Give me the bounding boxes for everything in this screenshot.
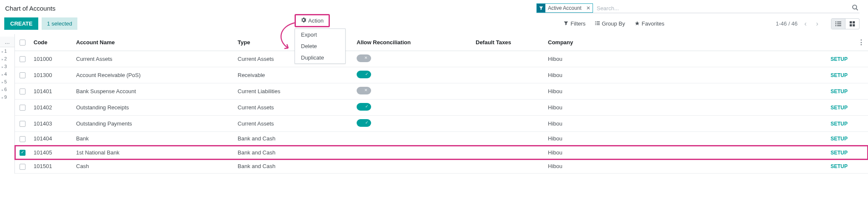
cell-name[interactable]: Cash	[73, 160, 234, 174]
action-delete[interactable]: Delete	[295, 40, 345, 52]
ruler-item[interactable]: 3	[0, 63, 14, 70]
row-checkbox[interactable]	[20, 89, 26, 94]
cell-code[interactable]: 101401	[30, 83, 73, 100]
select-all-checkbox[interactable]	[20, 40, 26, 46]
cell-company[interactable]: Hibou	[545, 160, 820, 174]
cell-name[interactable]: 1st National Bank	[73, 146, 234, 160]
cell-name[interactable]: Current Assets	[73, 51, 234, 67]
pager-text[interactable]: 1-46 / 46	[776, 20, 797, 27]
cell-taxes[interactable]	[472, 146, 545, 160]
cell-taxes[interactable]	[472, 116, 545, 132]
cell-code[interactable]: 101403	[30, 116, 73, 132]
reconcile-toggle[interactable]: ✕	[357, 87, 371, 94]
cell-company[interactable]: Hibou	[545, 67, 820, 83]
row-checkbox[interactable]	[20, 121, 26, 127]
row-checkbox[interactable]	[20, 164, 26, 170]
row-checkbox[interactable]	[20, 150, 26, 156]
cell-company[interactable]: Hibou	[545, 83, 820, 100]
ruler-item[interactable]: 2	[0, 55, 14, 63]
facet-remove-icon[interactable]: ✕	[584, 5, 593, 11]
cell-type[interactable]: Current Liabilities	[234, 83, 353, 100]
ruler-item[interactable]: 6	[0, 86, 14, 93]
cell-company[interactable]: Hibou	[545, 132, 820, 146]
action-duplicate[interactable]: Duplicate	[295, 52, 345, 63]
cell-company[interactable]: Hibou	[545, 51, 820, 67]
cell-company[interactable]: Hibou	[545, 116, 820, 132]
setup-button[interactable]: SETUP	[831, 150, 848, 156]
cell-type[interactable]: Receivable	[234, 67, 353, 83]
cell-code[interactable]: 101501	[30, 160, 73, 174]
setup-button[interactable]: SETUP	[831, 89, 848, 94]
ruler-item[interactable]: 5	[0, 78, 14, 86]
cell-taxes[interactable]	[472, 100, 545, 116]
cell-type[interactable]: Bank and Cash	[234, 132, 353, 146]
cell-taxes[interactable]	[472, 51, 545, 67]
setup-button[interactable]: SETUP	[831, 72, 848, 78]
cell-taxes[interactable]	[472, 160, 545, 174]
cell-code[interactable]: 101000	[30, 51, 73, 67]
setup-button[interactable]: SETUP	[831, 121, 848, 127]
create-button[interactable]: CREATE	[4, 17, 38, 30]
setup-button[interactable]: SETUP	[831, 163, 848, 169]
col-taxes[interactable]: Default Taxes	[472, 34, 545, 51]
search-bar[interactable]: Active Account ✕	[536, 3, 859, 13]
ruler-item[interactable]: 9	[0, 93, 14, 101]
setup-button[interactable]: SETUP	[831, 105, 848, 111]
view-list-button[interactable]	[831, 19, 845, 29]
table-row[interactable]: 101401Bank Suspense AccountCurrent Liabi…	[15, 83, 868, 100]
pager-prev[interactable]: ‹	[802, 19, 809, 29]
action-button[interactable]: Action	[295, 14, 330, 27]
table-row[interactable]: 101000Current AssetsCurrent Assets✕Hibou…	[15, 51, 868, 67]
cell-company[interactable]: Hibou	[545, 100, 820, 116]
cell-name[interactable]: Bank	[73, 132, 234, 146]
pager-next[interactable]: ›	[814, 19, 821, 29]
table-row[interactable]: 101403Outstanding PaymentsCurrent Assets…	[15, 116, 868, 132]
cell-code[interactable]: 101402	[30, 100, 73, 116]
cell-name[interactable]: Bank Suspense Account	[73, 83, 234, 100]
setup-button[interactable]: SETUP	[831, 136, 848, 142]
view-kanban-button[interactable]	[845, 19, 859, 29]
setup-button[interactable]: SETUP	[831, 56, 848, 62]
cell-name[interactable]: Account Receivable (PoS)	[73, 67, 234, 83]
row-checkbox[interactable]	[20, 105, 26, 111]
cell-name[interactable]: Outstanding Payments	[73, 116, 234, 132]
ruler-more[interactable]: ...	[0, 37, 14, 47]
cell-name[interactable]: Outstanding Receipts	[73, 100, 234, 116]
filters-button[interactable]: Filters	[564, 20, 585, 27]
col-code[interactable]: Code	[30, 34, 73, 51]
favorites-button[interactable]: Favorites	[635, 20, 664, 27]
cell-code[interactable]: 101405	[30, 146, 73, 160]
cell-type[interactable]: Current Assets	[234, 116, 353, 132]
cell-code[interactable]: 101404	[30, 132, 73, 146]
table-row[interactable]: 101501CashBank and CashHibouSETUP	[15, 160, 868, 174]
ruler-item[interactable]: 4	[0, 70, 14, 78]
ruler-item[interactable]: 1	[0, 47, 14, 55]
column-options[interactable]: ⋮	[854, 34, 868, 51]
cell-company[interactable]: Hibou	[545, 146, 820, 160]
cell-taxes[interactable]	[472, 83, 545, 100]
search-icon[interactable]	[851, 4, 859, 12]
row-checkbox[interactable]	[20, 56, 26, 62]
action-export[interactable]: Export	[295, 29, 345, 40]
table-row[interactable]: 1014051st National BankBank and CashHibo…	[15, 146, 868, 160]
reconcile-toggle[interactable]: ✓	[357, 71, 371, 78]
cell-type[interactable]: Bank and Cash	[234, 146, 353, 160]
col-name[interactable]: Account Name	[73, 34, 234, 51]
cell-taxes[interactable]	[472, 67, 545, 83]
col-reconcile[interactable]: Allow Reconciliation	[353, 34, 472, 51]
cell-type[interactable]: Bank and Cash	[234, 160, 353, 174]
reconcile-toggle[interactable]: ✓	[357, 119, 371, 127]
cell-taxes[interactable]	[472, 132, 545, 146]
table-row[interactable]: 101404BankBank and CashHibouSETUP	[15, 132, 868, 146]
table-row[interactable]: 101402Outstanding ReceiptsCurrent Assets…	[15, 100, 868, 116]
cell-code[interactable]: 101300	[30, 67, 73, 83]
selection-count[interactable]: 1 selected	[42, 17, 77, 30]
reconcile-toggle[interactable]: ✓	[357, 103, 371, 111]
col-company[interactable]: Company	[545, 34, 820, 51]
row-checkbox[interactable]	[20, 136, 26, 142]
cell-type[interactable]: Current Assets	[234, 100, 353, 116]
row-checkbox[interactable]	[20, 72, 26, 78]
search-input[interactable]	[595, 4, 851, 13]
groupby-button[interactable]: Group By	[595, 20, 625, 27]
table-row[interactable]: 101300Account Receivable (PoS)Receivable…	[15, 67, 868, 83]
